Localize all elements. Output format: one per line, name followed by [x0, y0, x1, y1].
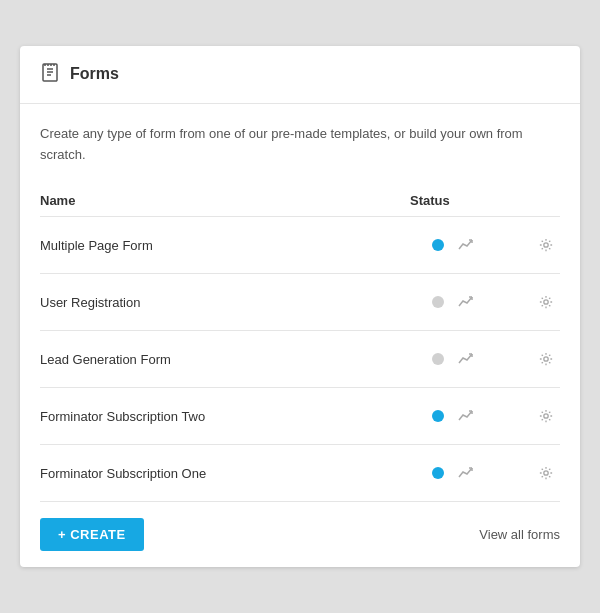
table-header: Name Status [40, 185, 560, 217]
form-status-area [432, 459, 532, 487]
form-name: User Registration [40, 295, 432, 310]
form-actions [532, 288, 560, 316]
form-actions [532, 402, 560, 430]
settings-button[interactable] [532, 231, 560, 259]
form-status-area [432, 345, 532, 373]
form-actions [532, 345, 560, 373]
form-name: Forminator Subscription Two [40, 409, 432, 424]
status-dot [432, 239, 444, 251]
status-dot [432, 467, 444, 479]
stats-button[interactable] [452, 288, 480, 316]
settings-button[interactable] [532, 288, 560, 316]
col-status-header: Status [410, 193, 510, 208]
stats-button[interactable] [452, 345, 480, 373]
svg-point-13 [544, 300, 548, 304]
table-row: Lead Generation Form [40, 331, 560, 388]
table-row: Forminator Subscription One [40, 445, 560, 502]
svg-point-22 [544, 471, 548, 475]
form-name: Forminator Subscription One [40, 466, 432, 481]
page-title: Forms [70, 65, 119, 83]
create-button[interactable]: + CREATE [40, 518, 144, 551]
form-status-area [432, 402, 532, 430]
settings-button[interactable] [532, 345, 560, 373]
stats-button[interactable] [452, 459, 480, 487]
status-dot [432, 410, 444, 422]
table-row: Forminator Subscription Two [40, 388, 560, 445]
forms-widget: Forms Create any type of form from one o… [20, 46, 580, 568]
table-row: Multiple Page Form [40, 217, 560, 274]
col-name-header: Name [40, 193, 410, 208]
settings-button[interactable] [532, 402, 560, 430]
description-text: Create any type of form from one of our … [40, 124, 560, 166]
stats-button[interactable] [452, 231, 480, 259]
svg-point-19 [544, 414, 548, 418]
forms-icon [40, 62, 60, 87]
form-status-area [432, 288, 532, 316]
form-actions [532, 459, 560, 487]
stats-button[interactable] [452, 402, 480, 430]
view-all-link[interactable]: View all forms [479, 527, 560, 542]
form-actions [532, 231, 560, 259]
table-body: Multiple Page Form [40, 217, 560, 502]
svg-point-16 [544, 357, 548, 361]
widget-header: Forms [20, 46, 580, 104]
widget-body: Create any type of form from one of our … [20, 104, 580, 503]
svg-point-10 [544, 243, 548, 247]
status-dot [432, 353, 444, 365]
status-dot [432, 296, 444, 308]
table-row: User Registration [40, 274, 560, 331]
settings-button[interactable] [532, 459, 560, 487]
form-name: Lead Generation Form [40, 352, 432, 367]
widget-footer: + CREATE View all forms [20, 502, 580, 567]
form-name: Multiple Page Form [40, 238, 432, 253]
form-status-area [432, 231, 532, 259]
